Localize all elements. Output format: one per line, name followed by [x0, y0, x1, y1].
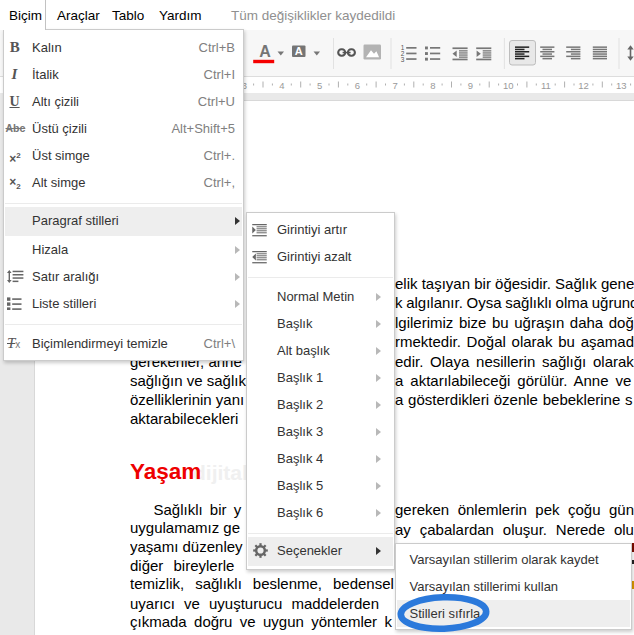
- svg-text:5: 5: [317, 80, 322, 91]
- svg-text:10: 10: [503, 80, 514, 91]
- svg-text:8: 8: [430, 80, 435, 91]
- svg-text:13: 13: [616, 80, 627, 91]
- svg-text:12: 12: [578, 80, 589, 91]
- svg-text:4: 4: [279, 80, 284, 91]
- svg-text:A: A: [295, 45, 303, 57]
- svg-text:6: 6: [355, 80, 360, 91]
- svg-text:7: 7: [392, 80, 397, 91]
- svg-text:A: A: [259, 43, 271, 60]
- svg-text:3: 3: [401, 56, 405, 63]
- svg-text:9: 9: [468, 80, 473, 91]
- svg-text:11: 11: [541, 80, 551, 91]
